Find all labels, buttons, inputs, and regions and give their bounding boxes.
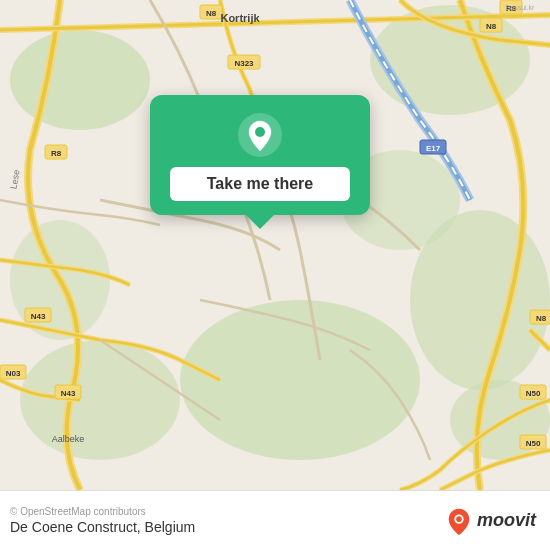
- svg-point-38: [255, 127, 265, 137]
- location-name: De Coene Construct, Belgium: [10, 519, 195, 535]
- svg-text:N8: N8: [206, 9, 217, 18]
- svg-text:R8: R8: [51, 149, 62, 158]
- location-pin-icon: [238, 113, 282, 157]
- take-me-there-button[interactable]: Take me there: [170, 167, 350, 201]
- moovit-pin-icon: [445, 507, 473, 535]
- map-container: N8 N8 N8 R8 R8 N323 E17 N43 N43 N03 N50: [0, 0, 550, 490]
- svg-text:N8: N8: [486, 22, 497, 31]
- svg-text:Bossui.kr: Bossui.kr: [506, 4, 535, 11]
- moovit-logo: moovit: [445, 507, 536, 535]
- moovit-text: moovit: [477, 510, 536, 531]
- bottom-info: © OpenStreetMap contributors De Coene Co…: [10, 506, 195, 535]
- map-background: N8 N8 N8 R8 R8 N323 E17 N43 N43 N03 N50: [0, 0, 550, 490]
- svg-text:N43: N43: [31, 312, 46, 321]
- svg-text:N43: N43: [61, 389, 76, 398]
- svg-text:N50: N50: [526, 439, 541, 448]
- svg-text:Kortrijk: Kortrijk: [220, 12, 260, 24]
- svg-text:N323: N323: [234, 59, 254, 68]
- location-popup: Take me there: [150, 95, 370, 215]
- svg-text:N03: N03: [6, 369, 21, 378]
- svg-text:N50: N50: [526, 389, 541, 398]
- svg-text:N8: N8: [536, 314, 547, 323]
- svg-text:Aalbeke: Aalbeke: [52, 434, 85, 444]
- map-attribution: © OpenStreetMap contributors: [10, 506, 195, 517]
- svg-point-6: [20, 340, 180, 460]
- svg-point-40: [456, 516, 462, 522]
- svg-point-1: [10, 30, 150, 130]
- bottom-bar: © OpenStreetMap contributors De Coene Co…: [0, 490, 550, 550]
- svg-text:E17: E17: [426, 144, 441, 153]
